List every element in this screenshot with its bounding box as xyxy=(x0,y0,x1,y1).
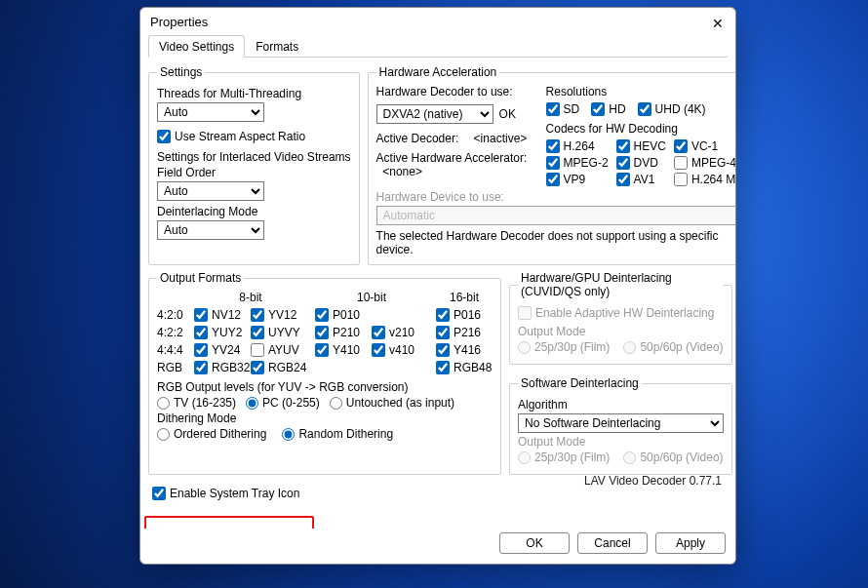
res-sd[interactable] xyxy=(546,102,560,116)
row-rgb: RGB xyxy=(157,361,194,374)
resolutions-list: SD HD UHD (4K) xyxy=(546,102,735,116)
hdr-10bit: 10-bit xyxy=(315,291,428,304)
gpu-deint-legend: Hardware/GPU Deinterlacing (CUVID/QS onl… xyxy=(518,271,724,298)
field-order-label: Field Order xyxy=(157,166,216,179)
rgb-levels-label: RGB Output levels (for YUV -> RGB conver… xyxy=(157,380,409,394)
output-formats-group: Output Formats 8-bit10-bit16-bit 4:2:0 N… xyxy=(148,271,501,475)
rgb-tv[interactable] xyxy=(157,397,170,410)
dither-label: Dithering Mode xyxy=(157,412,236,425)
row-444: 4:4:4 xyxy=(157,343,194,357)
codec-mpeg4[interactable] xyxy=(674,156,688,170)
deint-mode-select[interactable]: Auto xyxy=(157,220,264,240)
active-accel-label: Active Hardware Accelerator: xyxy=(376,151,528,165)
interlaced-header: Settings for Interlaced Video Streams xyxy=(157,150,351,164)
codecs-list: H.264 HEVC VC-1 MPEG-2 DVD MPEG-4 VP9 AV… xyxy=(546,139,735,186)
gpu-25p xyxy=(518,341,531,354)
tabstrip: Video Settings Formats xyxy=(148,35,728,58)
fmt-rgb24[interactable] xyxy=(251,361,264,374)
active-decoder-value: <inactive> xyxy=(474,132,528,145)
highlight-annotation xyxy=(144,516,314,529)
codec-mpeg2[interactable] xyxy=(546,156,560,170)
fmt-yuy2[interactable] xyxy=(194,326,208,339)
fmt-p210[interactable] xyxy=(315,326,329,339)
threads-label: Threads for Multi-Threading xyxy=(157,87,301,100)
row-422: 4:2:2 xyxy=(157,326,194,339)
tab-formats[interactable]: Formats xyxy=(245,35,309,58)
hwaccel-group: Hardware Acceleration Hardware Decoder t… xyxy=(368,65,735,265)
fmt-uyvy[interactable] xyxy=(251,326,264,339)
deint-mode-label: Deinterlacing Mode xyxy=(157,205,257,218)
codec-vp9[interactable] xyxy=(546,173,560,186)
gpu-outmode-label: Output Mode xyxy=(518,325,585,338)
codec-av1[interactable] xyxy=(616,173,630,186)
dither-ordered[interactable] xyxy=(157,428,170,441)
res-hd[interactable] xyxy=(591,102,605,116)
output-formats-legend: Output Formats xyxy=(157,271,244,285)
fmt-v410[interactable] xyxy=(372,343,385,357)
codec-h264mvc[interactable] xyxy=(674,173,688,186)
fmt-y416[interactable] xyxy=(436,343,450,357)
properties-dialog: Properties ✕ Video Settings Formats Sett… xyxy=(139,7,736,565)
fmt-ayuv[interactable] xyxy=(251,343,264,357)
settings-group: Settings Threads for Multi-Threading Aut… xyxy=(148,65,360,265)
fmt-yv12[interactable] xyxy=(251,308,264,322)
close-button[interactable]: ✕ xyxy=(708,14,728,33)
active-accel-value: <none> xyxy=(382,165,422,178)
active-decoder-label: Active Decoder: xyxy=(376,132,459,145)
stream-aspect-checkbox[interactable] xyxy=(157,130,171,143)
settings-legend: Settings xyxy=(157,65,205,79)
tray-icon-label: Enable System Tray Icon xyxy=(170,487,299,500)
rgb-pc[interactable] xyxy=(246,397,258,410)
fmt-rgb48[interactable] xyxy=(436,361,450,374)
codec-dvd[interactable] xyxy=(616,156,630,170)
res-uhd[interactable] xyxy=(638,102,651,116)
sw-deint-legend: Software Deinterlacing xyxy=(518,376,642,390)
close-icon: ✕ xyxy=(712,16,724,31)
field-order-select[interactable]: Auto xyxy=(157,181,264,201)
tabpage-video-settings: Settings Threads for Multi-Threading Aut… xyxy=(140,58,735,529)
fmt-v210[interactable] xyxy=(372,326,385,339)
fmt-y410[interactable] xyxy=(315,343,329,357)
sw-deint-group: Software Deinterlacing Algorithm No Soft… xyxy=(509,376,732,475)
cancel-button[interactable]: Cancel xyxy=(577,532,648,554)
gpu-50p xyxy=(623,341,636,354)
sw-50p xyxy=(623,451,636,464)
fmt-yv24[interactable] xyxy=(194,343,208,357)
window-title: Properties xyxy=(150,15,208,29)
threads-select[interactable]: Auto xyxy=(157,102,264,122)
fmt-rgb32[interactable] xyxy=(194,361,208,374)
hw-decoder-label: Hardware Decoder to use: xyxy=(376,85,533,98)
tray-icon-checkbox[interactable] xyxy=(152,487,166,500)
sw-algo-select[interactable]: No Software Deinterlacing xyxy=(518,413,724,433)
row-420: 4:2:0 xyxy=(157,308,194,322)
hwaccel-legend: Hardware Acceleration xyxy=(376,65,500,79)
dialog-footer: OK Cancel Apply xyxy=(140,529,735,564)
hdr-16bit: 16-bit xyxy=(436,291,493,304)
ok-button[interactable]: OK xyxy=(499,532,570,554)
titlebar: Properties ✕ xyxy=(140,8,735,35)
apply-button[interactable]: Apply xyxy=(655,532,726,554)
fmt-p010[interactable] xyxy=(315,308,329,322)
gpu-deint-group: Hardware/GPU Deinterlacing (CUVID/QS onl… xyxy=(509,271,732,365)
hw-device-note: The selected Hardware Decoder does not s… xyxy=(376,229,735,256)
stream-aspect-label: Use Stream Aspect Ratio xyxy=(175,130,305,143)
sw-algo-label: Algorithm xyxy=(518,398,568,412)
codec-h264[interactable] xyxy=(546,139,560,153)
sw-25p xyxy=(518,451,531,464)
hw-decoder-select[interactable]: DXVA2 (native) xyxy=(376,104,493,124)
hw-device-label: Hardware Device to use: xyxy=(376,190,504,204)
dither-random[interactable] xyxy=(282,428,295,441)
fmt-p016[interactable] xyxy=(436,308,450,322)
codec-hevc[interactable] xyxy=(616,139,630,153)
resolutions-header: Resolutions xyxy=(546,85,735,98)
version-label: LAV Video Decoder 0.77.1 xyxy=(584,474,722,488)
fmt-nv12[interactable] xyxy=(194,308,208,322)
tab-video-settings[interactable]: Video Settings xyxy=(148,35,245,58)
fmt-p216[interactable] xyxy=(436,326,450,339)
sw-outmode-label: Output Mode xyxy=(518,435,585,449)
adaptive-hw-checkbox xyxy=(518,306,532,320)
hw-device-select: Automatic xyxy=(376,206,735,225)
rgb-untouched[interactable] xyxy=(330,397,342,410)
codec-vc1[interactable] xyxy=(674,139,688,153)
hw-decoder-ok: OK xyxy=(499,107,516,121)
